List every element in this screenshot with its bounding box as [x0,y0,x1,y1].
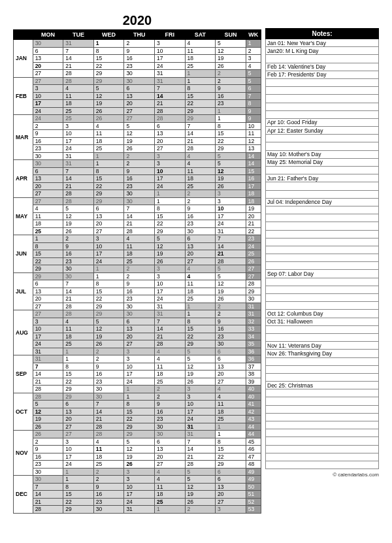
day-cell: 2 [216,310,246,318]
day-cell: 20 [154,137,185,145]
note-row [265,334,379,342]
day-cell: 2 [185,506,216,514]
week-number: 2 [246,47,261,55]
day-cell: 26 [93,107,124,115]
month-label-may: MAY [14,197,33,235]
note-row: Jun 21: Father's Day [265,174,379,182]
day-cell: 19 [216,288,246,295]
note-row [265,366,379,374]
day-cell: 27 [216,378,246,386]
day-cell: 6 [185,235,216,243]
day-cell: 31 [63,152,94,160]
day-cell: 5 [216,152,246,160]
note-row [265,191,379,199]
day-cell: 26 [93,340,124,348]
day-cell: 4 [154,355,185,363]
day-cell: 21 [63,182,94,190]
day-cell: 17 [124,491,155,499]
day-cell: 6 [216,476,246,484]
day-cell: 6 [93,205,124,213]
day-cell: 15 [33,250,63,258]
day-cell: 2 [33,438,63,446]
day-cell: 23 [33,145,63,153]
day-cell: 27 [33,70,63,78]
day-cell: 18 [63,333,94,340]
day-cell: 17 [63,453,94,461]
day-cell: 28 [185,145,216,153]
week-number: 44 [246,423,261,431]
day-cell: 25 [216,416,246,423]
day-cell: 14 [216,242,246,250]
day-cell: 1 [185,303,216,310]
day-cell: 5 [93,318,124,325]
day-cell: 1 [93,160,124,168]
day-cell: 6 [216,355,246,363]
day-cell: 27 [63,423,94,431]
day-cell: 2 [216,70,246,78]
day-cell: 12 [185,363,216,370]
day-cell: 14 [185,446,216,453]
day-cell: 21 [93,416,124,423]
day-cell: 17 [33,100,63,108]
day-cell: 21 [33,378,63,386]
day-cell: 25 [154,498,185,506]
day-cell: 2 [63,235,94,243]
day-cell: 28 [154,340,185,348]
day-cell: 28 [154,107,185,115]
day-cell: 31 [154,310,185,318]
day-cell: 12 [93,325,124,333]
day-cell: 28 [63,70,94,78]
day-cell: 10 [124,483,155,491]
day-cell: 11 [93,446,124,453]
week-number: 7 [246,92,261,100]
day-cell: 29 [93,77,124,85]
day-cell: 8 [33,242,63,250]
day-cell: 27 [124,115,155,123]
day-cell: 21 [154,333,185,340]
day-cell: 2 [216,303,246,310]
day-cell: 1 [216,115,246,123]
day-cell: 30 [154,431,185,438]
day-cell: 9 [33,130,63,138]
week-number: 13 [246,145,261,153]
day-cell: 29 [93,197,124,205]
note-row [265,421,379,429]
week-number: 26 [246,257,261,265]
day-cell: 8 [63,363,94,370]
day-cell: 28 [33,393,63,401]
day-cell: 30 [124,310,155,318]
day-cell: 30 [154,423,185,431]
day-cell: 1 [124,386,155,393]
day-cell: 23 [124,295,155,303]
day-cell: 15 [216,446,246,453]
week-number: 46 [246,446,261,453]
day-cell: 5 [216,272,246,280]
day-cell: 9 [124,47,155,55]
week-number: 23 [246,235,261,243]
day-cell: 11 [154,363,185,370]
day-cell: 21 [124,220,155,228]
week-number: 49 [246,468,261,476]
week-number: 47 [246,453,261,461]
day-cell: 25 [93,461,124,469]
week-number: 37 [246,363,261,370]
day-cell: 31 [216,227,246,235]
day-cell: 6 [33,47,63,55]
note-row [265,55,379,63]
week-number: 51 [246,491,261,499]
day-cell: 16 [33,137,63,145]
day-cell: 15 [216,130,246,138]
day-cell: 19 [33,416,63,423]
day-cell: 30 [33,160,63,168]
day-cell: 30 [33,152,63,160]
day-cell: 8 [185,85,216,93]
week-number: 15 [246,167,261,175]
day-cell: 5 [93,85,124,93]
day-cell: 2 [93,476,124,484]
day-cell: 4 [216,386,246,393]
day-cell: 3 [154,160,185,168]
day-cell: 26 [185,378,216,386]
day-cell: 28 [63,310,94,318]
day-cell: 12 [93,92,124,100]
day-cell: 25 [63,340,94,348]
